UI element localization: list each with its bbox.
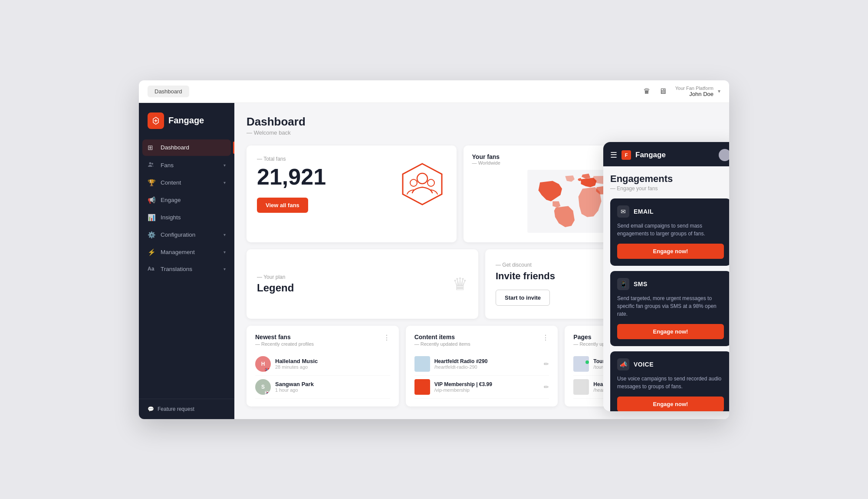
translations-chevron-icon: ▾ [224,267,226,271]
voice-title: VOICE [634,361,654,368]
content-area: Dashboard Welcome back Total fans 21,921… [234,103,729,419]
email-desc: Send email campaigns to send mass engage… [617,222,724,238]
fans-nav-icon [148,161,156,169]
engage-email-card: ✉ EMAIL Send email campaigns to send mas… [610,198,729,266]
fan-name-2: Sangwan Park [275,381,314,387]
user-name: John Doe [675,91,713,97]
total-fans-label: Total fans [257,156,326,162]
engage-nav-icon: 📢 [148,196,156,204]
sidebar-item-translations[interactable]: Aa Translations ▾ [142,261,231,277]
translations-nav-icon: Aa [148,266,156,272]
mobile-panel-subtitle: Engage your fans [610,185,729,192]
sidebar-label-translations: Translations [161,266,192,272]
online-indicator-1 [585,360,589,364]
fan-name-1: Halleland Music [275,358,318,364]
content-edit-icon-2[interactable]: ✏ [544,383,549,390]
sidebar-item-configuration[interactable]: ⚙️ Configuration ▾ [142,227,231,243]
page-thumb-1 [573,356,589,372]
sidebar-label-content: Content [161,179,181,186]
sidebar: Fangage ⊞ Dashboard Fans ▾ 🏆 Content [139,103,234,419]
fan-info-1: Halleland Music 28 minutes ago [275,358,318,370]
fans-icon [398,156,446,210]
view-all-fans-button[interactable]: View all fans [257,198,308,213]
sidebar-label-engage: Engage [161,197,181,203]
content-item-2: VIP Membership | €3.99 /vip-membership ✏ [414,376,549,399]
management-chevron-icon: ▾ [224,250,226,254]
voice-engage-button[interactable]: Engage now! [617,397,724,411]
plan-label: Your plan [257,274,294,280]
mobile-content: Engagements Engage your fans ✉ EMAIL Sen… [603,166,729,411]
fan-avatar-2: S 🇰🇷 [255,379,271,395]
sidebar-item-management[interactable]: ⚡ Management ▾ [142,244,231,261]
email-engage-button[interactable]: Engage now! [617,244,724,259]
sidebar-label-dashboard: Dashboard [161,144,189,151]
content-nav-icon: 🏆 [148,179,156,187]
newest-fans-title: Newest fans [255,334,314,340]
content-url-1: /heartfeldt-radio-290 [434,364,488,370]
dashboard-nav-icon: ⊞ [148,144,156,152]
top-bar-right: ♛ 🖥 Your Fan Platform John Doe ▾ [643,86,720,97]
plan-info: Your plan Legend [257,274,294,294]
content-thumb-2 [414,379,430,395]
content-items-more-button[interactable]: ⋮ [542,334,549,342]
mobile-engagements-panel: ☰ F Fangage Engagements Engage your fans… [603,142,729,411]
sidebar-label-fans: Fans [161,162,174,169]
email-card-header: ✉ EMAIL [617,205,724,218]
start-invite-button[interactable]: Start to invite [496,290,550,306]
sms-title: SMS [634,281,648,288]
mobile-panel-title: Engagements [610,173,729,185]
svg-point-0 [149,162,151,164]
crown-icon[interactable]: ♛ [643,86,650,96]
voice-card-header: 📣 VOICE [617,358,724,370]
dashboard-tab[interactable]: Dashboard [148,86,189,97]
fan-info-2: Sangwan Park 1 hour ago [275,381,314,393]
content-item-1: Heartfeldt Radio #290 /heartfeldt-radio-… [414,353,549,376]
sms-engage-button[interactable]: Engage now! [617,324,724,339]
content-edit-icon-1[interactable]: ✏ [544,360,549,367]
feature-request-button[interactable]: 💬 Feature request [148,406,226,412]
content-items-subtitle: Recently updated items [414,341,470,347]
svg-point-1 [151,163,153,165]
content-items-list: Heartfeldt Radio #290 /heartfeldt-radio-… [414,353,549,399]
content-url-2: /vip-membership [434,387,492,393]
comment-icon: 💬 [148,406,154,412]
content-name-2: VIP Membership | €3.99 [434,381,492,387]
platform-label: Your Fan Platform [675,86,713,91]
user-menu[interactable]: Your Fan Platform John Doe ▾ [675,86,720,97]
page-subtitle: Welcome back [247,129,717,136]
feature-request-label: Feature request [158,406,194,412]
mobile-logo-icon: F [621,150,631,160]
page-title: Dashboard [247,115,717,129]
content-info-2: VIP Membership | €3.99 /vip-membership [434,381,492,393]
fan-time-2: 1 hour ago [275,387,314,393]
voice-icon: 📣 [617,358,629,370]
monitor-icon[interactable]: 🖥 [659,87,667,96]
newest-fans-header: Newest fans Recently created profiles ⋮ [255,334,390,353]
logo-icon [148,112,164,129]
top-bar: Dashboard ♛ 🖥 Your Fan Platform John Doe… [139,80,729,103]
mobile-menu-icon[interactable]: ☰ [610,150,617,160]
mobile-logo-text: Fangage [635,151,666,159]
insights-nav-icon: 📊 [148,214,156,221]
fan-flag-2: 🇰🇷 [265,390,271,395]
fan-time-1: 28 minutes ago [275,364,318,370]
sidebar-label-management: Management [161,249,195,255]
sidebar-item-fans[interactable]: Fans ▾ [142,157,231,174]
newest-fans-subtitle: Recently created profiles [255,341,314,347]
fans-chevron-icon: ▾ [224,163,226,168]
sidebar-item-content[interactable]: 🏆 Content ▾ [142,175,231,191]
voice-desc: Use voice campaigns to send recorded aud… [617,375,724,390]
svg-point-3 [417,173,427,184]
plan-crown-icon: ♛ [452,274,468,294]
content-items-header: Content items Recently updated items ⋮ [414,334,549,353]
page-thumb-2 [573,379,589,395]
sidebar-label-insights: Insights [161,214,181,221]
sidebar-item-dashboard[interactable]: ⊞ Dashboard [142,139,231,156]
email-title: EMAIL [634,208,654,215]
newest-fans-more-button[interactable]: ⋮ [383,334,390,342]
sidebar-item-insights[interactable]: 📊 Insights [142,209,231,226]
total-fans-count: 21,921 [257,165,326,188]
sidebar-label-configuration: Configuration [161,231,195,238]
content-items-title: Content items [414,334,470,340]
sidebar-item-engage[interactable]: 📢 Engage [142,192,231,208]
